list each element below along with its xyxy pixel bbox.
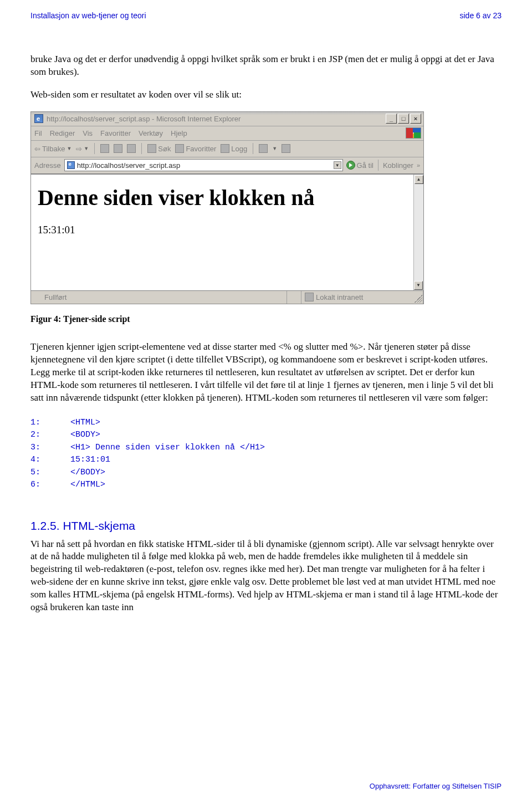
window-title: http://localhost/server_script.asp - Mic… <box>47 115 241 123</box>
zone-icon <box>305 293 314 301</box>
chevron-right-icon[interactable]: » <box>417 162 420 168</box>
intro-paragraph: bruke Java og det er derfor unødvendig å… <box>30 53 502 79</box>
go-icon <box>346 161 355 170</box>
ie-icon <box>34 114 43 123</box>
stop-icon[interactable] <box>100 144 109 153</box>
search-button[interactable]: Søk <box>147 144 171 153</box>
windows-flag-icon <box>406 127 421 139</box>
menu-file[interactable]: Fil <box>34 129 42 137</box>
close-button[interactable]: × <box>410 114 421 124</box>
menu-favorites[interactable]: Favoritter <box>100 129 131 137</box>
forward-button[interactable]: ⇨ ▼ <box>76 145 89 153</box>
toolbar-separator <box>94 143 95 154</box>
search-icon <box>147 144 156 153</box>
page-heading: Denne siden viser klokken nå <box>38 185 417 211</box>
titlebar: http://localhost/server_script.asp - Mic… <box>31 112 423 126</box>
history-icon <box>221 144 229 153</box>
menu-view[interactable]: Vis <box>83 129 93 137</box>
code-line: 1: <HTML> <box>30 418 100 427</box>
code-line: 2: <BODY> <box>30 430 100 439</box>
footer-text: Opphavsrett: Forfatter og Stiftelsen TIS… <box>370 782 502 790</box>
menu-tools[interactable]: Verktøy <box>139 129 163 137</box>
scroll-up-button[interactable]: ▲ <box>415 175 423 184</box>
section-paragraph: Vi har nå sett på hvordan en fikk statis… <box>30 538 502 615</box>
menu-help[interactable]: Hjelp <box>171 129 187 137</box>
minimize-button[interactable]: _ <box>386 114 397 124</box>
resize-grip-icon[interactable] <box>415 295 422 303</box>
address-label: Adresse <box>34 161 61 170</box>
maximize-button[interactable]: □ <box>398 114 409 124</box>
back-arrow-icon: ⇦ <box>34 145 40 153</box>
chevron-down-icon[interactable]: ▼ <box>334 161 341 169</box>
chevron-down-icon: ▼ <box>272 146 277 151</box>
lead-in-text: Web-siden som er resultatet av koden ove… <box>30 89 502 101</box>
go-label: Gå til <box>357 161 374 170</box>
page-content: ▲ ▼ Denne siden viser klokken nå 15:31:0… <box>31 174 423 290</box>
menu-edit[interactable]: Rediger <box>50 129 75 137</box>
browser-window: http://localhost/server_script.asp - Mic… <box>30 111 424 304</box>
toolbar: ⇦ Tilbake ▼ ⇨ ▼ Søk Favoritter <box>31 141 423 157</box>
main-paragraph: Tjeneren kjenner igjen script-elementene… <box>30 341 502 405</box>
refresh-icon[interactable] <box>114 144 122 153</box>
history-button[interactable]: Logg <box>221 144 247 153</box>
mail-icon[interactable] <box>259 144 268 153</box>
status-text: Fullført <box>44 293 66 301</box>
header-left: Installasjon av web-tjener og teori <box>30 11 146 20</box>
forward-arrow-icon: ⇨ <box>76 145 82 153</box>
back-button[interactable]: ⇦ Tilbake ▼ <box>34 145 71 153</box>
go-button[interactable]: Gå til <box>346 161 374 170</box>
favorites-button[interactable]: Favoritter <box>175 144 216 153</box>
back-label: Tilbake <box>42 145 65 153</box>
code-block: 1: <HTML> 2: <BODY> 3: <H1> Denne siden … <box>30 417 502 492</box>
favorites-label: Favoritter <box>186 145 216 153</box>
zone-text: Lokalt intranett <box>316 293 363 301</box>
code-line: 3: <H1> Denne siden viser klokken nå </H… <box>30 443 265 452</box>
page-icon <box>34 293 42 301</box>
section-heading: 1.2.5. HTML-skjema <box>30 519 502 533</box>
page-time: 15:31:01 <box>38 224 417 236</box>
scroll-down-button[interactable]: ▼ <box>414 281 423 290</box>
links-label[interactable]: Koblinger <box>383 161 413 170</box>
statusbar: Fullført Lokalt intranett <box>31 290 423 304</box>
chevron-down-icon: ▼ <box>66 146 71 151</box>
chevron-down-icon: ▼ <box>84 146 89 151</box>
toolbar-separator <box>141 143 142 154</box>
address-url: http://localhost/server_script.asp <box>77 161 180 170</box>
header-right: side 6 av 23 <box>460 11 502 20</box>
scrollbar[interactable]: ▲ ▼ <box>413 175 423 290</box>
home-icon[interactable] <box>127 144 136 153</box>
address-bar-row: Adresse http://localhost/server_script.a… <box>31 157 423 174</box>
code-line: 4: 15:31:01 <box>30 455 110 464</box>
toolbar-separator <box>253 143 253 154</box>
page-icon <box>67 161 75 169</box>
code-line: 6: </HTML> <box>30 480 105 489</box>
code-line: 5: </BODY> <box>30 468 105 477</box>
history-label: Logg <box>231 145 247 153</box>
search-label: Søk <box>158 145 171 153</box>
favorites-icon <box>175 144 184 153</box>
address-input[interactable]: http://localhost/server_script.asp ▼ <box>64 159 343 171</box>
toolbar-separator <box>378 160 378 171</box>
print-icon[interactable] <box>282 144 290 153</box>
menubar: Fil Rediger Vis Favoritter Verktøy Hjelp <box>31 126 423 141</box>
figure-caption: Figur 4: Tjener-side script <box>30 314 502 324</box>
